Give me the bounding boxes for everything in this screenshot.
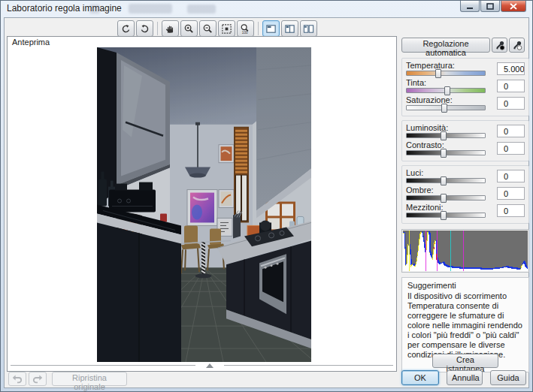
redo-button[interactable] (29, 372, 47, 386)
close-icon (510, 3, 517, 10)
brightness-value-input[interactable] (497, 125, 525, 137)
slider-handle[interactable] (441, 131, 447, 140)
minimize-icon (466, 3, 474, 10)
color-slider-group: Temperatura: Tinta: Saturazione: (401, 58, 529, 116)
side-by-side-preview-button[interactable] (300, 20, 317, 37)
slider-row-ombre: Ombre: (406, 185, 525, 203)
white-point-eyedropper-button[interactable] (509, 38, 525, 53)
zoom-100-button[interactable]: 100 (237, 20, 254, 37)
zoom-in-icon (183, 23, 195, 35)
toolbar-separator (157, 22, 158, 35)
maximize-icon (486, 3, 494, 10)
zoom-to-fit-button[interactable] (218, 20, 235, 37)
title-bar[interactable]: Laboratorio regola immagine (1, 1, 532, 17)
undo-icon (12, 374, 23, 384)
restore-original-button[interactable]: Ripristina originale (52, 372, 127, 386)
highlights-value-input[interactable] (497, 170, 525, 182)
single-pane-icon (265, 23, 277, 35)
toolbar: 100 (117, 20, 319, 38)
split-pane-preview-button[interactable] (281, 20, 298, 37)
saturation-value-input[interactable] (497, 97, 525, 110)
temperature-value-input[interactable] (497, 62, 525, 75)
close-button[interactable] (501, 1, 526, 12)
slider-row-tinta: Tinta: (406, 78, 525, 95)
split-pane-icon (284, 23, 295, 35)
light-slider-group: Luminosità: Contrasto: (401, 120, 529, 161)
slider-row-luci: Luci: (406, 168, 525, 185)
slider-handle[interactable] (435, 69, 441, 78)
slider-handle[interactable] (441, 194, 447, 203)
slider-handle[interactable] (441, 149, 447, 158)
tone-slider-group: Luci: Ombre: Mezzitoni: (401, 165, 529, 224)
temperature-slider[interactable] (406, 71, 486, 76)
contrast-slider[interactable] (406, 150, 486, 155)
zoom-to-fit-icon (221, 23, 232, 35)
eyedropper-light-icon (512, 40, 522, 50)
histogram (401, 229, 529, 273)
preview-image (97, 47, 311, 362)
rotate-right-button[interactable] (136, 20, 153, 37)
preview-panel: Anteprima (7, 36, 397, 372)
pan-hand-icon (165, 23, 176, 35)
slider-handle[interactable] (441, 176, 447, 185)
rotate-left-icon (120, 23, 132, 35)
undo-button[interactable] (8, 372, 26, 386)
slider-handle[interactable] (444, 86, 450, 95)
black-point-eyedropper-button[interactable] (492, 38, 507, 53)
eyedropper-dark-icon (495, 40, 505, 50)
preview-collapse-handle[interactable] (11, 362, 393, 369)
slider-row-contrasto: Contrasto: (406, 140, 525, 158)
footer-right: OK Annulla Guida (394, 370, 526, 385)
svg-text:100: 100 (242, 30, 248, 34)
footer-left: Ripristina originale (8, 372, 127, 386)
midtones-value-input[interactable] (497, 204, 525, 217)
window-title: Laboratorio regola immagine (7, 3, 122, 14)
divider-line (224, 365, 393, 366)
aero-smudge (187, 5, 216, 14)
adjustment-panel: Regolazione automatica (401, 36, 529, 372)
dialog-client-area: 100 Anteprim (4, 17, 529, 388)
slider-row-luminosita: Luminosità: (406, 123, 525, 140)
rotate-left-button[interactable] (117, 20, 135, 37)
slider-row-mezzitoni: Mezzitoni: (406, 203, 525, 220)
brightness-slider[interactable] (406, 133, 486, 138)
collapse-up-arrow-icon (206, 363, 214, 368)
single-pane-preview-button[interactable] (262, 20, 280, 37)
shadows-value-input[interactable] (497, 187, 525, 200)
hints-body: Il dispositivo di scorrimento Temperatur… (407, 291, 523, 360)
saturation-slider[interactable] (406, 105, 486, 110)
zoom-out-icon (202, 23, 214, 35)
aero-smudge (129, 4, 172, 14)
divider-line (11, 365, 195, 366)
tint-value-input[interactable] (497, 80, 525, 92)
redo-icon (32, 374, 43, 384)
contrast-value-input[interactable] (497, 142, 525, 155)
hints-box: Suggerimenti Il dispositivo di scorrimen… (401, 277, 529, 372)
auto-adjust-button[interactable]: Regolazione automatica (401, 38, 490, 53)
slider-handle[interactable] (441, 104, 447, 113)
midtones-slider[interactable] (406, 213, 486, 218)
shadows-slider[interactable] (406, 195, 486, 201)
slider-row-temperatura: Temperatura: (406, 61, 525, 78)
maximize-button[interactable] (480, 1, 500, 12)
toolbar-separator (258, 22, 259, 35)
preview-label: Anteprima (8, 37, 396, 47)
ok-button[interactable]: OK (401, 370, 439, 385)
cancel-button[interactable]: Annulla (447, 370, 483, 385)
highlights-slider[interactable] (406, 178, 486, 183)
zoom-out-button[interactable] (199, 20, 217, 37)
hints-title: Suggerimenti (407, 281, 523, 290)
pan-button[interactable] (162, 20, 179, 37)
rotate-right-icon (139, 23, 150, 35)
histogram-plot (403, 231, 528, 271)
zoom-100-icon: 100 (240, 23, 251, 35)
zoom-in-button[interactable] (180, 20, 198, 37)
tint-slider[interactable] (406, 88, 486, 93)
create-snapshot-button[interactable]: Crea istantanea (432, 354, 498, 368)
dialog-window: Laboratorio regola immagine (0, 0, 533, 392)
minimize-button[interactable] (460, 1, 480, 12)
help-button[interactable]: Guida (490, 370, 526, 385)
side-by-side-icon (303, 23, 314, 35)
slider-handle[interactable] (441, 211, 447, 220)
slider-row-saturazione: Saturazione: (406, 95, 525, 113)
